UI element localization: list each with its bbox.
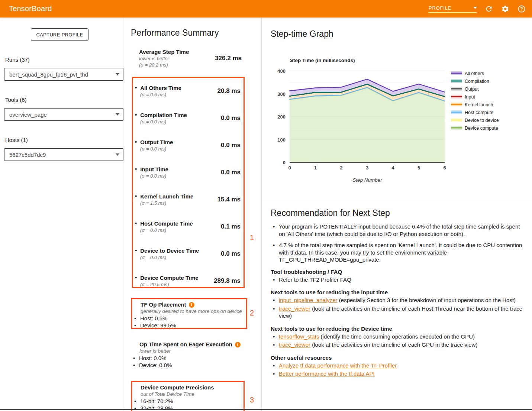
annotation-box-tf-op-placement: TF Op Placement i generally desired to h…: [131, 298, 247, 329]
list-item: Device: 0.0%: [131, 362, 247, 369]
gear-icon: [501, 5, 509, 13]
list-item: 16-bit: 70.2%: [132, 398, 244, 405]
inline-link[interactable]: Analyze tf.data performance with the TF …: [279, 362, 397, 369]
inline-link[interactable]: tensorflow_stats: [279, 333, 319, 340]
recommendation-subheading: Other useful resources: [271, 355, 526, 361]
metric-row: •Device Compute Time(σ = 20.5 ms)289.8 m…: [133, 274, 244, 287]
refresh-button[interactable]: [484, 4, 493, 13]
bullet-icon: •: [135, 247, 137, 254]
tools-label: Tools (6): [5, 97, 123, 103]
metric-label: Output Time: [140, 139, 173, 146]
bullet-icon: •: [135, 220, 137, 227]
chevron-down-icon: [473, 7, 477, 9]
metric-value: 0.0 ms: [221, 142, 244, 149]
legend-label: Compilation: [465, 79, 489, 84]
hosts-select[interactable]: 5627c5dd7dc9: [4, 148, 123, 161]
recommendation-item: Better performance with the tf.data API: [271, 370, 526, 378]
info-icon[interactable]: i: [189, 302, 194, 308]
metric-label: Host Compute Time: [140, 220, 193, 227]
legend-label: Kernel launch: [465, 102, 493, 107]
list-item: Host: 0.0%: [131, 355, 247, 362]
annotation-number-2: 2: [250, 309, 254, 317]
average-step-time-sigma: (σ = 20.2 ms): [139, 62, 189, 68]
metric-label: Device Compute Time: [140, 274, 198, 281]
chart-x-axis-title: Step Number: [352, 177, 382, 183]
eager-execution-section: Op Time Spent on Eager Execution i lower…: [131, 341, 247, 369]
tf-op-placement-subtitle: generally desired to have more ops on de…: [132, 308, 246, 314]
recommendation-subheading: Tool troubleshooting / FAQ: [271, 269, 526, 275]
recommendation-item: Analyze tf.data performance with the TF …: [271, 362, 526, 369]
bullet-icon: •: [135, 166, 137, 173]
metric-row: •Kernel Launch Time(σ = 1.5 ms)15.4 ms: [133, 193, 244, 206]
hosts-group: Hosts (1) 5627c5dd7dc9: [0, 137, 123, 161]
legend-item: Compilation: [451, 79, 489, 84]
svg-text:4: 4: [391, 165, 394, 171]
recommendation-item: 4.7 % of the total step time sampled is …: [271, 242, 526, 263]
tools-select[interactable]: overview_page: [4, 108, 123, 121]
app-bar-actions: PROFILE ?: [429, 4, 526, 13]
metric-value: 20.8 ms: [217, 87, 244, 95]
dashboard-selector-value: PROFILE: [429, 5, 451, 11]
metric-sigma: (σ = 0.0 ms): [140, 254, 199, 260]
runs-select[interactable]: bert_squad_8gpu_fp16_pvt_thd: [4, 68, 123, 81]
svg-text:1: 1: [314, 165, 317, 171]
annotation-box-precisions: Device Compute Precisions out of Total D…: [131, 381, 245, 411]
average-step-time: Average Step Time lower is better (σ = 2…: [132, 48, 245, 68]
tools-select-value: overview_page: [9, 111, 47, 118]
tensorboard-profile-page: TensorBoard PROFILE ?: [0, 0, 532, 411]
refresh-icon: [485, 5, 493, 13]
metric-row: •All Others Time(σ = 0.6 ms)20.8 ms: [133, 84, 244, 97]
metric-label: All Others Time: [140, 84, 181, 91]
bullet-icon: •: [135, 139, 137, 146]
legend-item: Host compute: [451, 110, 493, 115]
inline-link[interactable]: input_pipeline_analyzer: [279, 297, 338, 303]
metric-label: Compilation Time: [140, 111, 187, 119]
average-step-time-note: lower is better: [139, 55, 189, 62]
metric-row: •Input Time(σ = 0.0 ms)0.0 ms: [133, 166, 244, 179]
annotation-number-1: 1: [250, 233, 254, 242]
capture-profile-button[interactable]: CAPTURE PROFILE: [31, 28, 88, 41]
metric-sigma: (σ = 0.0 ms): [140, 119, 187, 125]
metric-sigma: (σ = 0.0 ms): [140, 173, 168, 179]
inline-link[interactable]: trace_viewer: [279, 305, 310, 312]
legend-label: All others: [465, 71, 484, 76]
annotation-number-3: 3: [250, 396, 254, 404]
chart-y-axis-title: Step Time (in milliseconds): [290, 58, 355, 63]
tf-op-placement-list: Host: 0.5% Device: 99.5%: [132, 315, 246, 329]
recommendation-list: Analyze tf.data performance with the TF …: [271, 362, 526, 378]
dashboard-selector-dropdown[interactable]: PROFILE: [429, 5, 477, 13]
svg-text:0: 0: [283, 160, 286, 165]
metric-label: Input Time: [140, 166, 168, 173]
inline-link[interactable]: Better performance with the tf.data API: [279, 370, 375, 377]
app-title: TensorBoard: [9, 4, 52, 13]
recommendation-list: Your program is POTENTIALLY input-bound …: [271, 223, 526, 263]
recommendation-item: Refer to the TF2 Profiler FAQ: [271, 276, 526, 284]
sidebar: CAPTURE PROFILE Runs (37) bert_squad_8gp…: [0, 17, 123, 411]
metric-row: •Device to Device Time(σ = 0.0 ms)0.0 ms: [133, 247, 244, 260]
settings-button[interactable]: [501, 4, 510, 13]
legend-label: Device compute: [465, 126, 498, 131]
recommendation-section: Recommendation for Next Step Your progra…: [271, 208, 526, 379]
info-icon[interactable]: i: [235, 342, 241, 347]
recommendation-list: tensorflow_stats (identify the time-cons…: [271, 333, 526, 349]
svg-text:3: 3: [366, 165, 368, 171]
hosts-select-value: 5627c5dd7dc9: [9, 152, 46, 158]
metric-value: 15.4 ms: [217, 196, 244, 203]
metric-value: 0.1 ms: [221, 223, 244, 230]
bullet-icon: •: [135, 84, 137, 91]
step-time-graph-title: Step-time Graph: [271, 29, 333, 39]
legend-item: Device compute: [451, 126, 498, 131]
recommendation-item: trace_viewer (look at the activities on …: [271, 341, 526, 349]
help-button[interactable]: ?: [517, 4, 526, 13]
tools-group: Tools (6) overview_page: [0, 97, 123, 121]
chevron-down-icon: [116, 153, 119, 156]
metric-row: •Compilation Time(σ = 0.0 ms)0.0 ms: [133, 111, 244, 124]
recommendation-item: Your program is POTENTIALLY input-bound …: [271, 223, 526, 237]
recommendation-subheading: Next tools to use for reducing the input…: [271, 289, 526, 295]
svg-text:?: ?: [520, 6, 523, 12]
svg-text:0: 0: [288, 165, 291, 171]
list-item: 32-bit: 29.8%: [132, 405, 244, 411]
bottom-scroll-edge[interactable]: [0, 409, 532, 410]
inline-link[interactable]: trace_viewer: [279, 342, 310, 348]
section-divider: [262, 200, 532, 200]
